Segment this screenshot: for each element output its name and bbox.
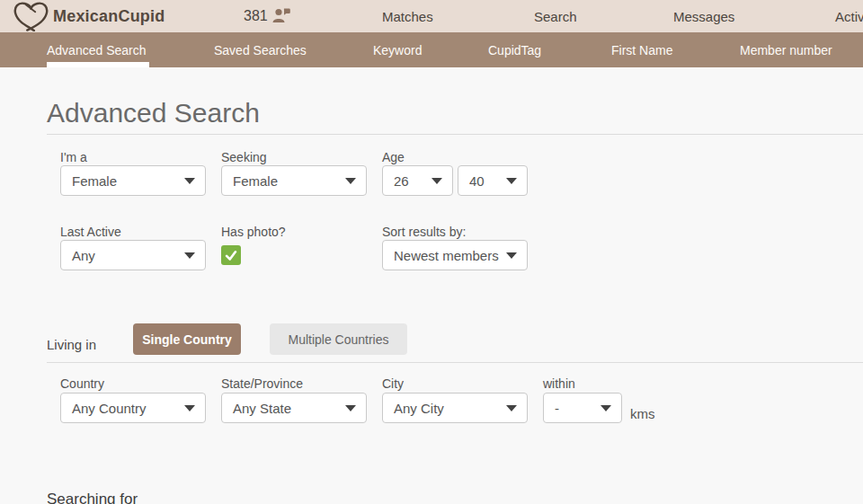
last-active-select[interactable]: Any: [60, 240, 206, 270]
seeking-value: Female: [233, 173, 278, 189]
seeking-select[interactable]: Female: [221, 165, 367, 196]
chevron-down-icon: [506, 405, 517, 411]
last-active-value: Any: [72, 248, 95, 263]
nav-activity[interactable]: Activity: [835, 0, 863, 32]
state-select[interactable]: Any State: [221, 393, 367, 423]
brand-name: MexicanCupid: [53, 7, 165, 26]
within-label: within: [543, 376, 575, 391]
person-notification-icon: [271, 7, 291, 24]
age-max-value: 40: [469, 173, 485, 189]
searching-for-title: Searching for: [47, 491, 138, 504]
page-title: Advanced Search: [47, 98, 260, 128]
chevron-down-icon: [184, 178, 195, 184]
country-select[interactable]: Any Country: [60, 393, 206, 423]
heart-logo-icon: [12, 1, 50, 31]
has-photo-checkbox[interactable]: [221, 245, 241, 265]
country-label: Country: [60, 376, 104, 391]
chevron-down-icon: [432, 178, 442, 184]
city-value: Any City: [394, 401, 444, 416]
age-min-value: 26: [394, 173, 409, 189]
country-value: Any Country: [72, 401, 147, 416]
single-country-button[interactable]: Single Country: [133, 323, 241, 355]
checkmark-icon: [223, 247, 239, 263]
tab-cupidtag[interactable]: CupidTag: [488, 32, 541, 67]
im-a-select[interactable]: Female: [60, 165, 206, 196]
state-value: Any State: [233, 401, 291, 416]
chevron-down-icon: [345, 405, 356, 411]
divider: [47, 362, 863, 363]
divider: [47, 134, 863, 135]
age-max-select[interactable]: 40: [458, 165, 528, 196]
city-select[interactable]: Any City: [382, 393, 528, 423]
city-label: City: [382, 376, 404, 391]
im-a-value: Female: [72, 173, 117, 189]
state-label: State/Province: [221, 376, 303, 391]
last-active-label: Last Active: [60, 225, 121, 239]
kms-unit-label: kms: [630, 406, 655, 421]
tab-keyword[interactable]: Keyword: [373, 32, 422, 67]
nav-search[interactable]: Search: [534, 0, 577, 32]
chevron-down-icon: [345, 178, 356, 184]
sort-by-value: Newest members: [394, 248, 499, 263]
tab-member-number[interactable]: Member number: [740, 32, 832, 67]
notification-count: 381: [244, 8, 268, 24]
tab-first-name[interactable]: First Name: [611, 32, 672, 67]
age-min-select[interactable]: 26: [382, 165, 453, 196]
chevron-down-icon: [184, 405, 195, 411]
multiple-countries-button[interactable]: Multiple Countries: [270, 323, 407, 355]
age-label: Age: [382, 150, 405, 164]
tab-saved-searches[interactable]: Saved Searches: [214, 32, 307, 67]
seeking-label: Seeking: [221, 150, 267, 164]
chevron-down-icon: [506, 252, 517, 259]
advanced-search-page: MexicanCupid 381 Matches Search Messages…: [0, 0, 863, 504]
chevron-down-icon: [184, 252, 195, 259]
search-subnav: Advanced Search Saved Searches Keyword C…: [0, 32, 863, 67]
sort-by-select[interactable]: Newest members: [382, 240, 528, 270]
within-select[interactable]: -: [543, 393, 622, 423]
nav-matches[interactable]: Matches: [382, 0, 433, 32]
top-header: MexicanCupid 381 Matches Search Messages…: [0, 0, 863, 32]
active-tab-underline: [47, 62, 149, 67]
within-value: -: [555, 401, 559, 416]
sort-by-label: Sort results by:: [382, 225, 466, 239]
im-a-label: I'm a: [60, 150, 87, 164]
living-in-label: Living in: [47, 337, 96, 352]
brand-logo[interactable]: MexicanCupid: [12, 1, 165, 31]
chevron-down-icon: [601, 405, 611, 411]
chevron-down-icon: [506, 178, 517, 184]
has-photo-label: Has photo?: [221, 225, 286, 239]
nav-messages[interactable]: Messages: [673, 0, 734, 32]
matches-notification[interactable]: 381: [244, 0, 291, 32]
